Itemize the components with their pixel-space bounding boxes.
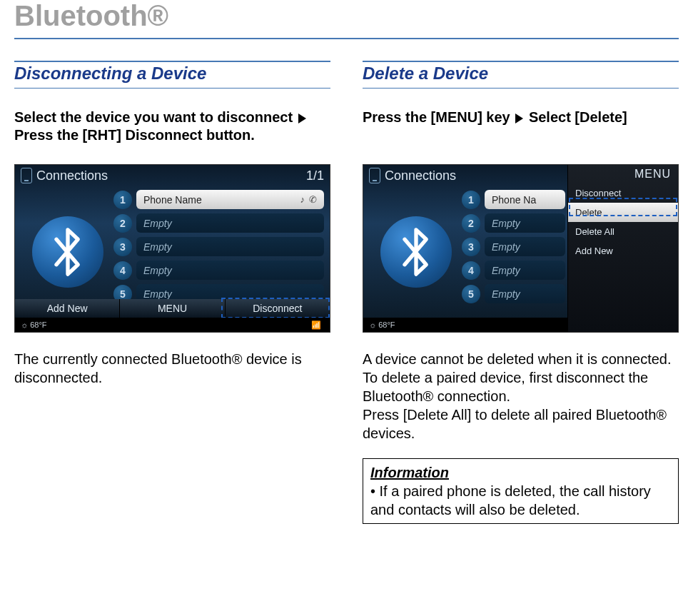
status-temp: 68°F [378,320,395,329]
menu-button[interactable]: MENU [120,299,225,318]
menu-item-delete-all[interactable]: Delete All [568,222,678,241]
instruction-text-2: Press the [RHT] Disconnect button. [14,127,255,143]
slot-label: Empty [492,288,520,300]
slot-number: 1 [113,191,132,209]
device-slot[interactable]: 5 Empty [462,283,565,304]
slot-pill[interactable]: Empty [485,213,565,233]
slot-pill[interactable]: Empty [136,261,324,280]
menu-panel-title: MENU [568,165,678,183]
device-slot[interactable]: 4 Empty [113,260,324,281]
device-header-title: Connections [36,168,108,183]
device-slot[interactable]: 2 Empty [113,213,324,233]
slot-pill[interactable]: Empty [136,213,324,233]
device-screenshot-left: Connections 1/1 1 Phone Name ♪✆ 2 Empty [14,164,330,333]
device-slot-list: 1 Phone Name ♪✆ 2 Empty 3 Empty 4 Empty [113,189,324,304]
instruction-text-2: Select [Delete] [529,109,627,125]
music-note-icon: ♪ [300,194,305,205]
instruction-disconnect: Select the device you want to disconnect… [14,108,330,151]
right-column: Delete a Device Press the [MENU] key Sel… [363,61,679,524]
info-heading: Information [370,463,671,482]
columns: Disconnecting a Device Select the device… [14,61,679,524]
slot-pill-selected[interactable]: Phone Na [485,190,565,209]
slot-pill[interactable]: Empty [485,261,565,280]
slot-label: Empty [492,265,520,276]
device-footer: Add New MENU Disconnect [15,299,330,318]
slot-number: 2 [113,214,132,233]
status-temp: 68°F [30,320,46,329]
menu-item-delete[interactable]: Delete [568,203,678,222]
triangle-icon [515,113,523,123]
phone-icon [369,168,380,183]
slot-label: Empty [492,241,520,253]
triangle-icon [298,113,306,123]
body-text-left: The currently connected Bluetooth® devic… [14,350,330,387]
slot-label: Empty [143,288,172,300]
body-text-right: A device cannot be deleted when it is co… [363,350,679,443]
instruction-text-1: Select the device you want to disconnect [14,109,293,125]
device-slot[interactable]: 1 Phone Na [462,189,565,210]
bluetooth-logo-icon [380,216,452,288]
slot-label: Empty [143,265,172,276]
page-indicator: 1/1 [306,168,324,183]
bluetooth-logo-icon [32,216,103,288]
device-header: Connections 1/1 [21,168,324,183]
menu-panel: MENU Disconnect Delete Delete All Add Ne… [567,165,678,332]
device-slot[interactable]: 2 Empty [462,213,565,233]
slot-number: 2 [462,214,480,233]
section-title-disconnect: Disconnecting a Device [14,61,330,89]
device-header-title: Connections [385,168,456,183]
device-slot[interactable]: 1 Phone Name ♪✆ [113,189,324,210]
device-slot-list: 1 Phone Na 2 Empty 3 Empty 4 Empty [462,189,565,304]
device-screenshot-right: Connections 1 Phone Na 2 Empty 3 [363,164,679,333]
info-bullet: • If a paired phone is deleted, the call… [370,482,671,519]
slot-number: 4 [462,261,480,280]
slot-number: 3 [462,238,480,256]
slot-pill-selected[interactable]: Phone Name ♪✆ [136,190,324,209]
slot-pill[interactable]: Empty [136,237,324,256]
device-statusbar: ☼ 68°F 📶 [15,318,330,332]
device-slot[interactable]: 3 Empty [462,236,565,257]
slot-pill[interactable]: Empty [485,237,565,256]
slot-label: Phone Name [143,194,202,206]
disconnect-button[interactable]: Disconnect [226,299,330,318]
instruction-delete: Press the [MENU] key Select [Delete] [363,108,679,151]
information-box: Information • If a paired phone is delet… [363,458,679,524]
slot-number: 1 [462,191,480,209]
device-header: Connections [369,168,564,183]
phone-icon [21,168,32,183]
add-new-button[interactable]: Add New [15,299,120,318]
slot-number: 4 [113,261,132,280]
slot-label: Empty [143,241,172,253]
status-icons: 📶 [311,320,324,330]
slot-label: Phone Na [492,194,536,206]
slot-label: Empty [143,218,172,229]
page-title: Bluetooth® [14,0,679,39]
handset-icon: ✆ [309,194,317,205]
device-slot[interactable]: 3 Empty [113,236,324,257]
slot-label: Empty [492,218,520,229]
slot-number: 3 [113,238,132,256]
instruction-text-1: Press the [MENU] key [363,109,510,125]
menu-item-disconnect[interactable]: Disconnect [568,183,678,203]
section-title-delete: Delete a Device [363,61,679,89]
left-column: Disconnecting a Device Select the device… [14,61,330,524]
slot-number: 5 [462,285,480,303]
menu-item-add-new[interactable]: Add New [568,241,678,261]
device-slot[interactable]: 4 Empty [462,260,565,281]
slot-pill[interactable]: Empty [485,284,565,303]
